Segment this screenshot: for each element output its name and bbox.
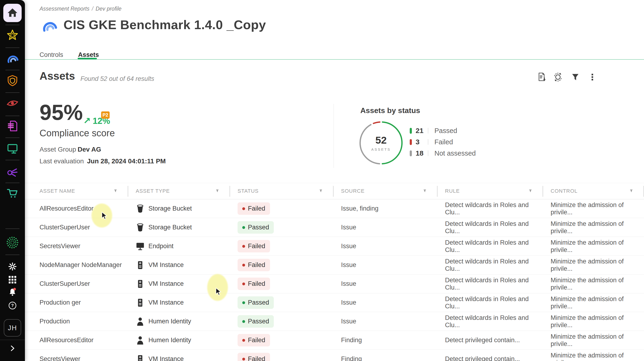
sidebar-item-marketplace[interactable] — [5, 186, 20, 201]
column-header-status[interactable]: STATUS — [230, 183, 334, 199]
sidebar-expand-button[interactable] — [6, 343, 18, 355]
more-options-button[interactable] — [586, 71, 598, 84]
breadcrumb-item[interactable]: Dev profile — [96, 6, 122, 12]
tab-controls[interactable]: Controls — [40, 51, 63, 58]
breadcrumb-item[interactable]: Assessment Reports — [40, 6, 90, 12]
sidebar: ? JH — [0, 0, 25, 361]
profile-avatar[interactable]: JH — [4, 319, 21, 337]
trend-up-arrow-icon: ↗ — [83, 116, 91, 126]
cell-source: Issue — [334, 293, 438, 312]
cell-rule: Detect wildcards in Roles and Clu... — [438, 275, 543, 293]
column-filter-icon[interactable] — [630, 188, 633, 194]
column-header-source[interactable]: SOURCE — [334, 183, 438, 199]
sidebar-item-shield[interactable] — [5, 73, 20, 89]
svg-text:?: ? — [11, 303, 14, 308]
table-row[interactable]: NodeManager NodeManagerVM InstanceFailed… — [25, 256, 644, 275]
tab-assets[interactable]: Assets — [78, 51, 99, 58]
column-filter-icon[interactable] — [423, 188, 427, 194]
cell-status: Failed — [230, 237, 334, 256]
apps-grid-icon — [8, 276, 17, 285]
vm-icon — [136, 354, 145, 361]
column-header-asset-name[interactable]: ASSET NAME — [25, 183, 128, 199]
sidebar-item-compliance[interactable] — [5, 51, 20, 66]
asset-type-label: Humen Identity — [148, 318, 191, 325]
sidebar-item-eye[interactable] — [5, 96, 20, 111]
cell-status: Passed — [230, 293, 334, 312]
column-header-label: ASSET NAME — [40, 188, 75, 194]
benchmark-logo-icon — [41, 17, 58, 33]
endpoint-icon — [136, 241, 145, 251]
bucket-icon — [136, 204, 145, 214]
column-filter-icon[interactable] — [114, 188, 117, 194]
cell-rule: Detect wildcards in Roles and Clu... — [438, 237, 543, 256]
sidebar-divider — [6, 116, 20, 116]
vm-instance-icon — [137, 298, 144, 308]
eye-icon — [6, 97, 19, 110]
column-filter-icon[interactable] — [528, 188, 532, 194]
column-filter-icon[interactable] — [216, 188, 219, 194]
sidebar-item-star[interactable] — [5, 28, 20, 43]
table-row[interactable]: SecretsViewerEndpointFailedIssueDetect w… — [25, 237, 644, 256]
assets-by-status-title: Assets by status — [360, 106, 420, 115]
cell-status: Passed — [230, 218, 334, 237]
sidebar-divider — [6, 255, 20, 255]
cell-asset-name: AllResourcesEditor — [25, 199, 128, 218]
column-header-asset-type[interactable]: ASSET TYPE — [128, 183, 230, 199]
column-header-rule[interactable]: RULE — [438, 183, 543, 199]
vm-icon — [136, 279, 145, 289]
cell-status: Failed — [230, 256, 334, 274]
cell-asset-name: ClusterSuperUser — [25, 218, 128, 237]
column-header-control[interactable]: CONTROL — [543, 183, 644, 199]
filter-button[interactable] — [569, 71, 582, 84]
cell-control: Minimize the admission of privile... — [543, 331, 644, 350]
table-row[interactable]: AllResourcesEditorStorage BucketFailedIs… — [25, 199, 644, 218]
status-badge: Failed — [238, 240, 270, 252]
sidebar-item-notifications[interactable] — [6, 286, 18, 299]
cell-rule: Detect privileged contain... — [438, 331, 543, 350]
sidebar-item-help[interactable]: ? — [6, 300, 18, 312]
status-badge: Failed — [238, 259, 270, 271]
table-row[interactable]: Production gerVM InstancePassedIssueDete… — [25, 293, 644, 312]
status-badge: Failed — [238, 278, 270, 290]
table-row[interactable]: ClusterSuperUserVM InstanceFailedIssueDe… — [25, 275, 644, 293]
column-header-label: SOURCE — [341, 188, 364, 194]
cell-control: Minimize the admission of privile... — [543, 199, 644, 218]
status-label: Passed — [248, 224, 269, 231]
sidebar-item-access[interactable] — [5, 164, 20, 179]
status-badge: Passed — [238, 296, 274, 309]
table-row[interactable]: ProductionHumen IdentityPassedIssueDetec… — [25, 312, 644, 331]
sidebar-item-reports[interactable] — [5, 119, 20, 134]
compliance-score-label: Compliance score — [40, 128, 115, 138]
sidebar-item-settings[interactable] — [6, 261, 18, 273]
status-dot — [242, 264, 245, 267]
cell-asset-name: Production — [25, 312, 128, 331]
sidebar-item-endpoints[interactable] — [5, 141, 20, 157]
table-row[interactable]: AllResourcesEditorHumen IdentityFailedFi… — [25, 331, 644, 350]
table-row[interactable]: ClusterSuperUserStorage BucketPassedIssu… — [25, 218, 644, 237]
home-icon — [6, 6, 18, 19]
endpoint-icon — [136, 242, 145, 251]
rescan-button[interactable] — [552, 71, 564, 84]
sidebar-divider — [6, 160, 20, 160]
cell-rule: Detect privileged contain... — [438, 350, 543, 361]
cell-source: Issue — [334, 218, 438, 237]
sidebar-item-apps[interactable] — [6, 274, 18, 286]
asset-group-value: Dev AG — [78, 146, 172, 153]
vm-instance-icon — [137, 279, 144, 289]
tab-bar-divider — [25, 59, 644, 60]
section-divider — [334, 104, 334, 168]
storage-bucket-icon — [136, 204, 144, 213]
cell-source: Finding — [334, 350, 438, 361]
cell-source: Issue — [334, 256, 438, 274]
vm-icon — [136, 260, 145, 270]
column-filter-icon[interactable] — [319, 188, 323, 194]
legend-separator — [428, 150, 428, 156]
asset-type-label: Storage Bucket — [148, 224, 192, 231]
table-row[interactable]: SecretsViewerVM InstanceFailedFindingDet… — [25, 350, 644, 361]
sidebar-divider — [6, 183, 20, 183]
sidebar-item-home[interactable] — [3, 4, 22, 22]
sidebar-item-scanner[interactable] — [5, 236, 20, 251]
column-header-label: CONTROL — [550, 188, 578, 194]
legend-swatch — [410, 150, 412, 156]
export-report-button[interactable] — [535, 71, 548, 84]
